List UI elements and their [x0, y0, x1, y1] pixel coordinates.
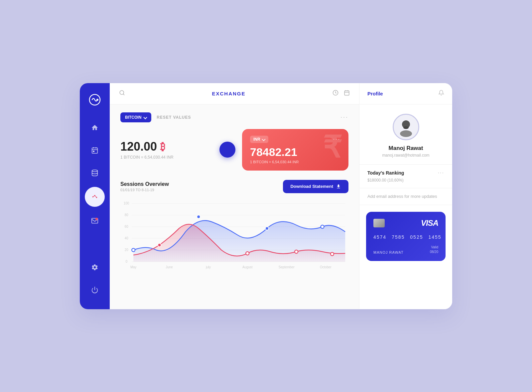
bitcoin-button[interactable]: BITCOIN — [120, 112, 151, 122]
red-dot-3 — [295, 250, 298, 253]
avatar — [393, 114, 419, 140]
exchange-controls: BITCOIN RESET VALUES ··· — [120, 112, 348, 122]
y-label-60: 60 — [125, 224, 128, 228]
email-section: Add email address for more updates — [359, 188, 452, 205]
blue-dot-3 — [265, 227, 269, 230]
profile-email: manoj.rawat@hotmail.com — [382, 153, 429, 158]
red-dot-4 — [331, 252, 334, 256]
card-number-part4: 1455 — [428, 234, 441, 240]
exchange-menu-dots[interactable]: ··· — [340, 114, 348, 121]
chart-area: 100 80 60 40 20 0 — [110, 198, 359, 309]
profile-title: Profile — [367, 91, 383, 96]
right-header: Profile — [359, 83, 452, 104]
sidebar-item-settings[interactable] — [80, 257, 110, 277]
header: EXCHANGE — [110, 83, 359, 104]
card-footer: MANOJ RAWAT Valid 08/20 — [373, 245, 438, 254]
sidebar-item-analytics[interactable] — [85, 187, 105, 207]
bitcoin-label: BITCOIN — [125, 115, 141, 120]
crypto-rate: 1 BITCOIN = 6,54,030.44 INR — [120, 155, 213, 160]
x-label-june: June — [166, 265, 173, 269]
red-dot-2 — [246, 252, 249, 255]
reset-values-button[interactable]: RESET VALUES — [157, 115, 191, 120]
chevron-down-icon — [144, 115, 147, 119]
sessions-info: Sessions Overview 01/01/19 TO 8-11-19 — [120, 181, 169, 192]
exchange-main: 120.00 ₿ 1 BITCOIN = 6,54,030.44 INR — [120, 129, 348, 171]
card-number: 4574 7585 0525 1455 — [373, 234, 438, 240]
exchange-area: BITCOIN RESET VALUES ··· 120.00 ₿ 1 BITC… — [110, 104, 359, 180]
email-prompt[interactable]: Add email address for more updates — [367, 194, 444, 199]
sidebar — [80, 83, 110, 309]
ranking-title: Today's Ranking — [367, 170, 404, 176]
svg-rect-6 — [93, 151, 94, 152]
sidebar-bottom — [80, 257, 110, 300]
main-card: EXCHANGE — [80, 83, 452, 309]
y-label-20: 20 — [125, 248, 128, 251]
svg-point-1 — [96, 99, 98, 101]
inr-rate: 1 BITCOIN = 6,54,030.44 INR — [250, 160, 340, 164]
inr-card: INR ··· ₹ 78482.21 1 BITCOIN = 6,54,030.… — [242, 129, 348, 171]
download-icon — [336, 184, 341, 189]
card-number-part2: 7585 — [392, 234, 405, 240]
crypto-value: 120.00 ₿ 1 BITCOIN = 6,54,030.44 INR — [120, 140, 213, 160]
download-label: Download Statement — [290, 184, 333, 189]
ranking-section: Today's Ranking ··· $18000.00 (10,60%) — [359, 165, 452, 188]
sidebar-nav — [80, 118, 110, 257]
app-logo — [87, 92, 102, 107]
avatar-svg — [396, 117, 416, 137]
calendar-header-icon[interactable] — [344, 90, 350, 97]
outer-wrapper: EXCHANGE — [53, 53, 479, 339]
sidebar-item-calendar[interactable] — [80, 140, 110, 160]
download-statement-button[interactable]: Download Statement — [283, 180, 348, 193]
sessions-date: 01/01/19 TO 8-11-19 — [120, 188, 169, 192]
visa-logo: VISA — [421, 218, 438, 228]
sessions-title: Sessions Overview — [120, 181, 169, 187]
svg-rect-2 — [92, 148, 98, 153]
profile-section: Manoj Rawat manoj.rawat@hotmail.com — [359, 104, 452, 165]
inr-label: INR — [253, 137, 260, 142]
bell-icon[interactable] — [438, 90, 444, 97]
header-icons — [332, 90, 350, 97]
card-valid: Valid 08/20 — [430, 245, 438, 254]
svg-point-7 — [92, 170, 98, 171]
card-number-part1: 4574 — [373, 234, 386, 240]
blue-dot-1 — [132, 248, 135, 252]
visa-card-header: VISA — [373, 218, 438, 228]
svg-point-28 — [400, 130, 412, 137]
svg-rect-17 — [344, 91, 349, 95]
svg-point-29 — [403, 126, 409, 129]
red-dot-1 — [158, 243, 161, 247]
blue-dot-2 — [197, 215, 200, 218]
card-number-part3: 0525 — [410, 234, 423, 240]
svg-line-15 — [123, 94, 124, 95]
sessions-header: Sessions Overview 01/01/19 TO 8-11-19 Do… — [110, 180, 359, 193]
x-label-september: September — [279, 265, 295, 269]
card-valid-date: 08/20 — [430, 250, 438, 254]
inr-amount: 78482.21 — [250, 146, 340, 159]
y-label-40: 40 — [125, 236, 128, 240]
sidebar-item-database[interactable] — [80, 163, 110, 183]
blue-dot-4 — [321, 225, 324, 228]
x-label-july: july — [205, 265, 211, 269]
inr-chevron-icon — [262, 137, 265, 141]
card-valid-label: Valid — [430, 245, 438, 250]
sidebar-item-power[interactable] — [80, 280, 110, 300]
swap-button[interactable] — [219, 142, 235, 158]
y-label-0: 0 — [126, 259, 128, 263]
main-content: EXCHANGE — [110, 83, 359, 309]
sessions-chart: 100 80 60 40 20 0 — [120, 198, 348, 272]
bitcoin-symbol: ₿ — [160, 141, 165, 152]
x-label-october: October — [320, 265, 332, 269]
ranking-header: Today's Ranking ··· — [367, 170, 444, 176]
inr-badge[interactable]: INR — [250, 136, 268, 143]
profile-name: Manoj Rawat — [389, 145, 423, 152]
visa-card: VISA 4574 7585 0525 1455 MANOJ RAWAT Val… — [366, 212, 446, 261]
sidebar-item-mail[interactable] — [80, 211, 110, 231]
ranking-menu-dots[interactable]: ··· — [438, 170, 444, 176]
sidebar-item-home[interactable] — [80, 118, 110, 138]
search-icon[interactable] — [119, 90, 125, 97]
y-label-80: 80 — [125, 213, 128, 216]
amount-value: 120.00 — [120, 140, 157, 154]
clock-icon[interactable] — [332, 90, 338, 97]
chip-icon — [373, 219, 385, 227]
svg-point-12 — [95, 217, 98, 220]
